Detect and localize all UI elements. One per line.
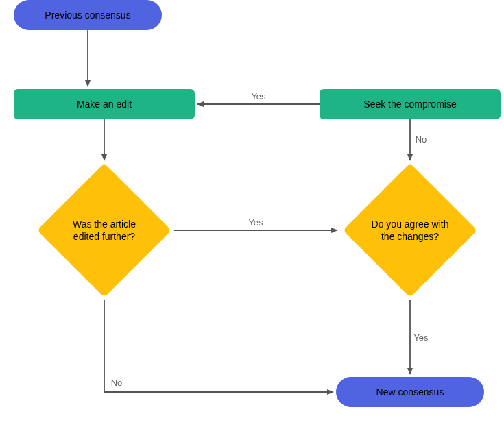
node-label: Previous consensus xyxy=(45,10,130,21)
edge-edited-to-new: No xyxy=(104,300,333,392)
edge-label: Yes xyxy=(413,332,429,343)
edge-label: Yes xyxy=(251,91,266,101)
edge-label: No xyxy=(111,378,123,388)
flowchart-canvas: Yes No Yes No Yes Previous consensus Mak… xyxy=(0,0,504,440)
edge-compromise-to-edit: Yes xyxy=(197,91,320,104)
node-label: New consensus xyxy=(376,387,444,398)
node-label-line1: Do you agree with xyxy=(372,219,449,230)
node-edited-further: Was the article edited further? xyxy=(37,163,171,297)
node-make-edit: Make an edit xyxy=(14,89,195,119)
node-label-line2: edited further? xyxy=(73,231,135,242)
edge-edited-to-agree: Yes xyxy=(174,217,337,230)
edge-label: Yes xyxy=(248,217,263,228)
edge-compromise-to-agree: No xyxy=(410,119,427,160)
node-label: Make an edit xyxy=(77,99,132,110)
node-label-line1: Was the article xyxy=(73,219,136,230)
node-label-line2: the changes? xyxy=(381,231,439,242)
node-label: Seek the compromise xyxy=(363,99,457,110)
node-agree-changes: Do you agree with the changes? xyxy=(343,163,477,297)
node-seek-compromise: Seek the compromise xyxy=(320,89,501,119)
edge-agree-to-new: Yes xyxy=(410,300,429,374)
node-new-consensus: New consensus xyxy=(336,377,484,407)
node-previous-consensus: Previous consensus xyxy=(14,0,162,30)
edge-label: No xyxy=(416,134,427,145)
